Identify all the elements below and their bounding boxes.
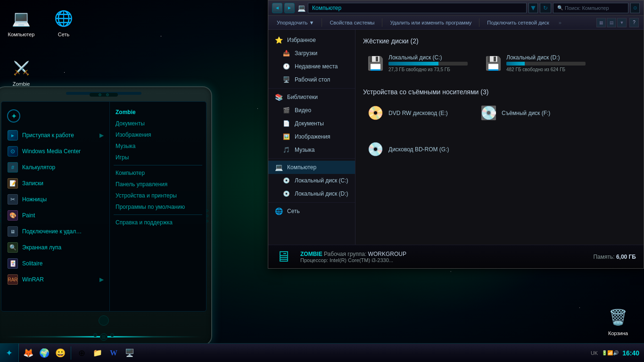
help-button[interactable]: ? xyxy=(629,18,639,27)
drive-d-item[interactable]: 💾 Локальный диск (D:) 482 ГБ свободно из… xyxy=(481,50,589,79)
menu-right-images[interactable]: Изображения xyxy=(110,129,206,140)
start-icon: ✦ xyxy=(6,348,13,358)
desktop-icon-zombie[interactable]: ⚔️ Zombie xyxy=(2,57,40,87)
menu-item-solitaire[interactable]: 🃏 Solitaire xyxy=(1,255,109,272)
rdp-label: Подключение к удалённому рабочему... xyxy=(22,228,83,235)
menu-right-zombie[interactable]: Zombie xyxy=(110,107,206,118)
refresh-icon: ↻ xyxy=(543,5,548,11)
status-info: ZOMBIE Рабочая группа: WORKGROUP Процесс… xyxy=(300,251,406,263)
menu-right-computer[interactable]: Компьютер xyxy=(110,167,206,179)
drive-d-item-icon: 💾 xyxy=(485,56,502,71)
menu-item-scissors[interactable]: ✂ Ножницы xyxy=(1,191,109,207)
desktop-sidebar-label: Рабочий стол xyxy=(295,76,330,83)
removable-bd[interactable]: 💿 Дисковод BD-ROM (G:) xyxy=(363,138,467,161)
start-menu: ✦ ► Приступая к работе ▶ ⊙ Windows Media… xyxy=(1,101,206,312)
sidebar-item-docs[interactable]: 📄 Документы xyxy=(268,117,355,130)
desktop-icon-network[interactable]: 🌐 Сеть xyxy=(45,7,83,37)
usb-icon: 💽 xyxy=(480,105,497,121)
drive-c-item-icon: 💾 xyxy=(367,56,384,71)
menu-right-music[interactable]: Музыка xyxy=(110,140,206,152)
sidebar-item-video[interactable]: 🎬 Видео xyxy=(268,104,355,117)
menu-right-help[interactable]: Справка и поддержка xyxy=(110,217,206,228)
sidebar-item-libraries[interactable]: 📚 Библиотеки xyxy=(268,90,355,104)
sidebar-item-downloads[interactable]: 📥 Загрузки xyxy=(268,47,355,60)
menu-item-calculator[interactable]: # Калькулятор xyxy=(1,159,109,175)
favorites-icon: ⭐ xyxy=(274,35,283,45)
sidebar-item-desktop[interactable]: 🖥️ Рабочий стол xyxy=(268,73,355,86)
removable-grid: 📀 DVD RW дисковод (E:) 💽 Съёмный диск (F… xyxy=(363,101,636,161)
taskbar-app-word[interactable]: W xyxy=(106,346,121,361)
sidebar-item-drive-d[interactable]: 💿 Локальный диск (D:) xyxy=(268,187,355,200)
view-dropdown[interactable]: ▼ xyxy=(617,18,627,27)
toolbar-view-buttons: ▦ ▤ ▼ ? xyxy=(596,18,639,27)
menu-right-defaults[interactable]: Программы по умолчанию xyxy=(110,201,206,213)
drive-c-row: 💾 Локальный диск (C:) 27,3 ГБ свободно и… xyxy=(367,54,468,72)
taskbar: ✦ 🦊 🌍 😀 ⊕ 📁 W 🖥️ xyxy=(0,343,644,362)
menu-right-documents[interactable]: Документы xyxy=(110,118,206,129)
taskbar-app-firefox[interactable]: 🦊 xyxy=(21,346,36,361)
organize-button[interactable]: Упорядочить ▼ xyxy=(273,18,318,27)
notes-icon: 📝 xyxy=(7,178,18,189)
taskbar-clock[interactable]: 16:40 xyxy=(622,349,639,357)
chrome-icon: ⊕ xyxy=(78,348,85,358)
magnifier-icon: 🔍 xyxy=(7,242,18,253)
network-sidebar-icon: 🌐 xyxy=(274,206,283,216)
rdp-icon: 🖥 xyxy=(7,226,18,237)
sidebar-item-recent[interactable]: 🕐 Недавние места xyxy=(268,60,355,73)
address-dropdown[interactable]: ▼ xyxy=(528,3,538,13)
computer-sidebar-label: Компьютер xyxy=(287,164,316,171)
uninstall-button[interactable]: Удалить или изменить программу xyxy=(386,18,475,27)
search-box[interactable]: 🔍 Поиск: Компьютер xyxy=(553,3,628,13)
sidebar-item-computer[interactable]: 💻 Компьютер xyxy=(268,161,355,174)
taskbar-app-3[interactable]: 😀 xyxy=(53,346,68,361)
sidebar-item-music[interactable]: 🎵 Музыка xyxy=(268,143,355,156)
menu-right-devices[interactable]: Устройства и принтеры xyxy=(110,190,206,201)
connect-drive-button[interactable]: Подключить сетевой диск xyxy=(483,18,553,27)
desktop-icon-computer[interactable]: 💻 Компьютер xyxy=(2,7,40,37)
menu-item-winrar[interactable]: RAR WinRAR ▶ xyxy=(1,272,109,288)
images-right-label: Изображения xyxy=(116,132,151,138)
menu-item-rdp[interactable]: 🖥 Подключение к удалённому рабочему... xyxy=(1,223,109,239)
drive-c-space: 27,3 ГБ свободно из 73,5 ГБ xyxy=(388,67,468,72)
menu-item-getting-started[interactable]: ► Приступая к работе ▶ xyxy=(1,127,109,143)
search-go-button[interactable]: ⊙ xyxy=(630,3,640,13)
word-icon: W xyxy=(110,349,117,357)
menu-right-control-panel[interactable]: Панель управления xyxy=(110,179,206,190)
start-button[interactable]: ✦ xyxy=(0,344,19,362)
back-button[interactable]: ◄ xyxy=(272,3,282,13)
music-right-label: Музыка xyxy=(116,143,135,149)
system-props-button[interactable]: Свойства системы xyxy=(326,18,378,27)
removable-usb[interactable]: 💽 Съёмный диск (F:) xyxy=(476,101,580,124)
zombie-icon: ⚔️ xyxy=(10,57,33,79)
address-bar[interactable]: Компьютер xyxy=(308,3,527,13)
sidebar-item-network[interactable]: 🌐 Сеть xyxy=(268,205,355,218)
forward-button[interactable]: ► xyxy=(284,3,295,13)
sidebar-item-pictures[interactable]: 🖼️ Изображения xyxy=(268,130,355,143)
sidebar-item-drive-c[interactable]: 💿 Локальный диск (C:) xyxy=(268,174,355,187)
sidebar-favorites-section: ⭐ Избранное 📥 Загрузки 🕐 Недавние места … xyxy=(268,33,355,86)
menu-item-notes[interactable]: 📝 Записки xyxy=(1,175,109,191)
search-icon: 🔍 xyxy=(557,5,563,10)
more-button[interactable]: » xyxy=(555,18,565,27)
taskbar-app-explorer[interactable]: 📁 xyxy=(90,346,105,361)
menu-right-games[interactable]: Игры xyxy=(110,152,206,163)
taskbar-app-7[interactable]: 🖥️ xyxy=(122,346,137,361)
tray-icons: 🔋📶🔊 xyxy=(602,350,619,355)
view-btn-2[interactable]: ▤ xyxy=(607,18,616,27)
taskbar-app-2[interactable]: 🌍 xyxy=(37,346,52,361)
refresh-button[interactable]: ↻ xyxy=(540,3,551,13)
network-label: Сеть xyxy=(58,32,69,37)
desktop-icon-recycle[interactable]: 🗑️ Корзина xyxy=(599,306,637,336)
taskbar-app-chrome[interactable]: ⊕ xyxy=(74,346,89,361)
frame-dot-left xyxy=(93,333,97,337)
sidebar-item-favorites[interactable]: ⭐ Избранное xyxy=(268,33,355,47)
paint-label: Paint xyxy=(22,212,35,219)
drive-c-item[interactable]: 💾 Локальный диск (C:) 27,3 ГБ свободно и… xyxy=(363,50,471,79)
menu-item-wmc[interactable]: ⊙ Windows Media Center xyxy=(1,143,109,159)
removable-dvd[interactable]: 📀 DVD RW дисковод (E:) xyxy=(363,101,467,124)
app2-icon: 🌍 xyxy=(39,348,50,358)
start-menu-frame: ✦ ► Приступая к работе ▶ ⊙ Windows Media… xyxy=(0,86,212,346)
menu-item-paint[interactable]: 🎨 Paint xyxy=(1,207,109,223)
view-btn-1[interactable]: ▦ xyxy=(596,18,606,27)
menu-item-magnifier[interactable]: 🔍 Экранная лупа xyxy=(1,239,109,255)
